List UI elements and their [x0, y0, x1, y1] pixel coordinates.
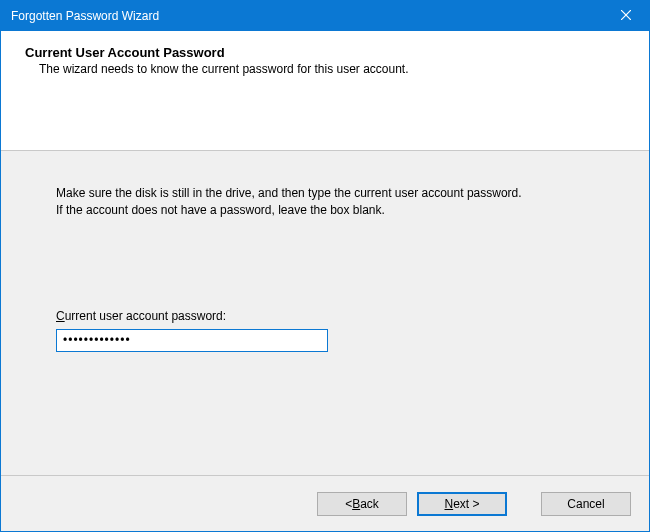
wizard-body: Make sure the disk is still in the drive… — [1, 151, 649, 475]
password-label: Current user account password: — [56, 309, 594, 323]
close-button[interactable] — [603, 1, 649, 31]
back-button[interactable]: < Back — [317, 492, 407, 516]
wizard-heading: Current User Account Password — [25, 45, 625, 60]
titlebar: Forgotten Password Wizard — [1, 1, 649, 31]
wizard-window: Forgotten Password Wizard Current User A… — [0, 0, 650, 532]
next-button[interactable]: Next > — [417, 492, 507, 516]
window-title: Forgotten Password Wizard — [11, 9, 603, 23]
wizard-footer: < Back Next > Cancel — [1, 475, 649, 531]
password-input[interactable] — [56, 329, 328, 352]
instructions-text: Make sure the disk is still in the drive… — [56, 185, 526, 219]
close-icon — [621, 9, 631, 23]
wizard-subtitle: The wizard needs to know the current pas… — [25, 62, 625, 76]
wizard-header: Current User Account Password The wizard… — [1, 31, 649, 151]
cancel-button[interactable]: Cancel — [541, 492, 631, 516]
client-area: Current User Account Password The wizard… — [1, 31, 649, 531]
